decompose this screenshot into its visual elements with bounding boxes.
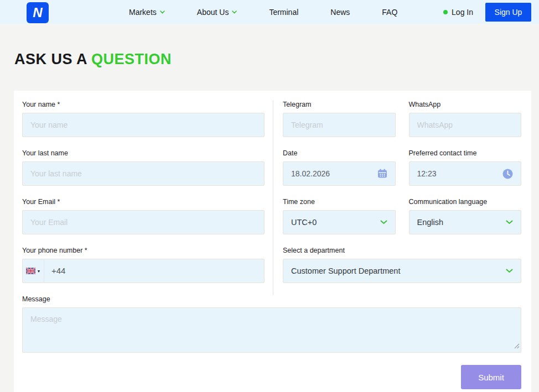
page-title: ASK US A QUESTION bbox=[14, 51, 539, 68]
message-label: Message bbox=[22, 295, 521, 303]
message-textarea[interactable] bbox=[23, 308, 521, 352]
email-label: Your Email * bbox=[22, 198, 265, 206]
department-select[interactable]: Customer Support Department bbox=[283, 259, 521, 283]
timezone-label: Time zone bbox=[283, 198, 396, 206]
submit-button[interactable]: Submit bbox=[461, 365, 521, 389]
department-value: Customer Support Department bbox=[291, 266, 400, 275]
chevron-down-icon bbox=[380, 220, 387, 224]
chevron-down-icon bbox=[160, 11, 165, 14]
date-picker[interactable]: 18.02.2026 bbox=[283, 161, 396, 186]
nav-item-terminal[interactable]: Terminal bbox=[269, 8, 298, 17]
nav-links: Markets About Us Terminal News FAQ bbox=[129, 8, 397, 17]
whatsapp-input-box bbox=[409, 113, 522, 137]
language-field-group: Communication language English bbox=[409, 198, 522, 234]
timezone-value: UTC+0 bbox=[291, 218, 317, 227]
nav-item-news[interactable]: News bbox=[330, 8, 350, 17]
contact-time-value: 12:23 bbox=[417, 169, 437, 178]
contact-form-card: Your name * Your last name Your Email * … bbox=[14, 91, 531, 392]
phone-number-wrap bbox=[44, 266, 264, 276]
your-name-input[interactable] bbox=[30, 121, 256, 129]
nav-item-label: Terminal bbox=[269, 8, 298, 17]
timezone-select[interactable]: UTC+0 bbox=[283, 210, 396, 234]
calendar-icon[interactable] bbox=[377, 169, 387, 179]
nav-right: Log In Sign Up bbox=[443, 0, 531, 24]
whatsapp-label: WhatsApp bbox=[409, 101, 522, 108]
nav-item-faq[interactable]: FAQ bbox=[382, 8, 397, 17]
whatsapp-input[interactable] bbox=[417, 121, 514, 129]
clock-icon[interactable] bbox=[502, 169, 513, 179]
date-field-group: Date 18.02.2026 bbox=[283, 149, 396, 186]
message-field-group: Message bbox=[22, 295, 521, 353]
email-input-box bbox=[22, 210, 265, 234]
telegram-field-group: Telegram bbox=[283, 101, 396, 137]
uk-flag-icon bbox=[26, 268, 35, 274]
brand-logo[interactable]: N bbox=[27, 2, 49, 23]
chevron-down-icon bbox=[506, 220, 513, 224]
page-title-prefix: ASK US A bbox=[14, 51, 87, 67]
chevron-down-icon bbox=[232, 11, 237, 14]
brand-logo-letter: N bbox=[33, 5, 42, 20]
department-field-group: Select a department Customer Support Dep… bbox=[283, 247, 521, 283]
last-name-input-box bbox=[22, 161, 265, 186]
phone-field-group: Your phone number * bbox=[22, 247, 265, 283]
nav-item-label: FAQ bbox=[382, 8, 397, 17]
nav-item-label: News bbox=[330, 8, 350, 17]
top-navbar: N Markets About Us Terminal News FAQ Log… bbox=[0, 0, 539, 24]
date-label: Date bbox=[283, 149, 396, 157]
telegram-label: Telegram bbox=[283, 101, 396, 108]
nav-item-markets[interactable]: Markets bbox=[129, 8, 165, 17]
language-value: English bbox=[417, 218, 444, 227]
contact-time-field-group: Preferred contact time 12:23 bbox=[409, 149, 522, 186]
email-input[interactable] bbox=[30, 218, 256, 227]
your-name-field-group: Your name * bbox=[22, 101, 265, 137]
flag-caret-icon: ▼ bbox=[37, 269, 41, 273]
email-field-group: Your Email * bbox=[22, 198, 265, 234]
phone-input-box: ▼ bbox=[22, 259, 265, 283]
timezone-field-group: Time zone UTC+0 bbox=[283, 198, 396, 234]
form-right-column: Telegram WhatsApp Date 18.02.2026 bbox=[273, 101, 521, 295]
country-code-selector[interactable]: ▼ bbox=[23, 259, 44, 283]
phone-label: Your phone number * bbox=[22, 247, 265, 254]
whatsapp-field-group: WhatsApp bbox=[409, 101, 522, 137]
date-value: 18.02.2026 bbox=[291, 169, 330, 178]
login-button[interactable]: Log In bbox=[443, 8, 473, 17]
form-left-column: Your name * Your last name Your Email * … bbox=[22, 101, 273, 295]
page-title-highlight: QUESTION bbox=[91, 51, 172, 67]
your-name-label: Your name * bbox=[22, 101, 265, 108]
last-name-field-group: Your last name bbox=[22, 149, 265, 186]
submit-row: Submit bbox=[22, 365, 521, 389]
login-status-dot bbox=[443, 10, 448, 14]
time-picker[interactable]: 12:23 bbox=[409, 161, 522, 186]
nav-item-label: Markets bbox=[129, 8, 157, 17]
telegram-input-box bbox=[283, 113, 396, 137]
signup-button[interactable]: Sign Up bbox=[485, 3, 531, 22]
nav-item-about-us[interactable]: About Us bbox=[197, 8, 237, 17]
message-input-box bbox=[22, 307, 521, 353]
contact-time-label: Preferred contact time bbox=[409, 149, 522, 157]
department-label: Select a department bbox=[283, 247, 521, 254]
last-name-input[interactable] bbox=[30, 169, 256, 178]
telegram-input[interactable] bbox=[291, 121, 387, 129]
language-select[interactable]: English bbox=[409, 210, 522, 234]
login-label: Log In bbox=[452, 8, 473, 17]
chevron-down-icon bbox=[506, 269, 513, 273]
your-name-input-box bbox=[22, 113, 265, 137]
language-label: Communication language bbox=[409, 198, 522, 206]
nav-item-label: About Us bbox=[197, 8, 229, 17]
last-name-label: Your last name bbox=[22, 149, 265, 157]
phone-number-input[interactable] bbox=[51, 266, 257, 275]
